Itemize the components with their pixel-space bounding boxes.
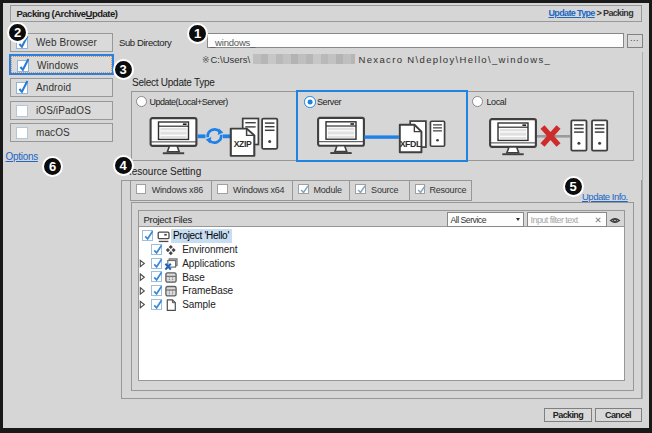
svg-text:XZIP: XZIP xyxy=(234,139,252,149)
svg-text:XFDL: XFDL xyxy=(400,139,422,149)
